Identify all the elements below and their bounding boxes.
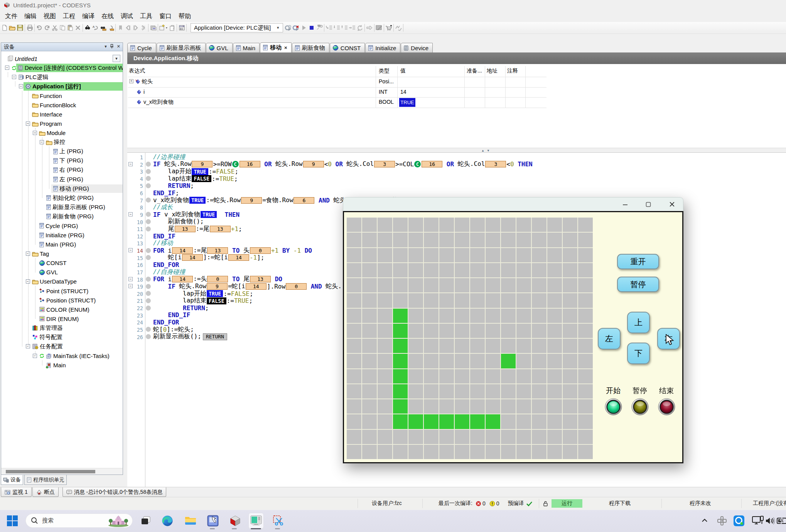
tree-item-Initialize-(PRG)[interactable]: Initialize (PRG) (39, 231, 84, 240)
active-application-combo[interactable]: Application [Device: PLC逻辑]▼ (191, 23, 283, 32)
watch-expression[interactable]: i (143, 89, 145, 95)
tray-volume-icon[interactable] (764, 513, 776, 529)
code-line-16[interactable]: END_FOR (153, 261, 179, 269)
goto-icon[interactable] (366, 24, 373, 32)
breakpoint-slot-icon[interactable] (146, 248, 151, 253)
cut-icon[interactable] (51, 24, 59, 32)
watch-expression[interactable]: v_x吃到食物 (143, 99, 174, 106)
watch-header-1[interactable]: 类型 (379, 68, 390, 74)
breakpoint-slot-icon[interactable] (146, 334, 151, 339)
tree-item-COLOR-(ENUM)[interactable]: COLOR (ENUM) (39, 305, 89, 314)
breakpoint-slot-icon[interactable] (146, 169, 151, 174)
paste-icon[interactable] (66, 24, 74, 32)
tree-expander-icon[interactable]: − (19, 84, 23, 88)
breakpoint-tools-icon[interactable] (315, 24, 323, 32)
tab-Initialize[interactable]: Initialize (365, 43, 400, 52)
tree-item-移动-(PRG)[interactable]: 移动 (PRG) (53, 184, 89, 193)
step-into-icon[interactable] (333, 24, 341, 32)
tree-item-左-(PRG)[interactable]: 左 (PRG) (53, 175, 83, 184)
splitter-arrows-icon[interactable]: ▲▼ (481, 149, 490, 152)
start-icon[interactable] (300, 24, 308, 32)
bookmark-prev-icon[interactable] (124, 24, 132, 32)
start-button[interactable] (5, 513, 20, 529)
step-out-icon[interactable] (341, 24, 348, 32)
down-button[interactable]: 下 (627, 343, 650, 364)
save-icon[interactable] (16, 24, 24, 32)
redo-icon[interactable] (43, 24, 51, 32)
code-line-23[interactable]: END_IF (153, 311, 190, 319)
tree-item-初始化蛇-(PRG)[interactable]: 初始化蛇 (PRG) (46, 194, 94, 202)
tree-item-PLC逻辑[interactable]: PLC逻辑 (18, 73, 48, 81)
shop-icon[interactable] (385, 24, 393, 32)
code-line-6[interactable]: END_IF; (153, 189, 179, 197)
code-line-5[interactable]: RETURN; (153, 182, 194, 189)
breakpoint-slot-icon[interactable] (146, 255, 151, 260)
new-file-icon[interactable] (1, 24, 8, 32)
tab-Cycle[interactable]: Cycle (127, 43, 156, 52)
close-button[interactable] (664, 198, 680, 211)
tree-item-UserDataType[interactable]: UserDataType (32, 277, 77, 286)
tree-item-刷新食物-(PRG)[interactable]: 刷新食物 (PRG) (46, 212, 94, 221)
menu-工具[interactable]: 工具 (137, 11, 156, 22)
tree-item-DIR-(ENUM)[interactable]: DIR (ENUM) (39, 314, 79, 323)
tree-item-Position-(STRUCT)[interactable]: Position (STRUCT) (39, 296, 96, 304)
breakpoint-slot-icon[interactable] (146, 306, 151, 311)
watch-value[interactable]: 14 (400, 89, 406, 95)
snipping-tool-icon[interactable] (271, 513, 286, 529)
code-line-26[interactable]: 刷新显示画板();RETURN (153, 333, 227, 341)
device-tree-hscrollbar[interactable] (1, 468, 123, 475)
new-object-icon[interactable] (159, 24, 168, 32)
tree-item-Interface[interactable]: Interface (32, 110, 62, 118)
reset-icon[interactable] (356, 24, 364, 32)
find-next-icon[interactable] (99, 24, 107, 32)
tree-item-FunctionBlock[interactable]: FunctionBlock (32, 101, 76, 109)
tree-item-Cycle-(PRG)[interactable]: Cycle (PRG) (39, 221, 78, 230)
tab-GVL[interactable]: GVL (206, 43, 233, 52)
tree-expander-icon[interactable]: − (12, 75, 16, 79)
up-button[interactable]: 上 (627, 312, 650, 333)
tree-item-下-(PRG)[interactable]: 下 (PRG) (53, 157, 83, 165)
code-line-4[interactable]: lap结束FALSE:=TRUE; (153, 175, 238, 183)
panel-dropdown-icon[interactable]: ▾ (105, 44, 107, 49)
menu-帮助[interactable]: 帮助 (175, 11, 194, 22)
tree-item-右-(PRG)[interactable]: 右 (PRG) (53, 166, 83, 174)
project-combo-dropdown[interactable]: ▼ (113, 55, 120, 62)
minimize-button[interactable] (617, 198, 633, 211)
menu-视图[interactable]: 视图 (40, 11, 59, 22)
watch-header-4[interactable]: 地址 (487, 68, 498, 74)
menu-文件[interactable]: 文件 (2, 11, 21, 22)
edge-icon[interactable] (160, 513, 175, 529)
run-to-cursor-icon[interactable] (348, 24, 356, 32)
tray-battery-icon[interactable] (777, 513, 786, 529)
logout-icon[interactable] (292, 24, 300, 32)
breakpoint-slot-icon[interactable] (146, 226, 151, 231)
menu-在线[interactable]: 在线 (98, 11, 117, 22)
dock-tab-设备[interactable]: 设备 (1, 475, 23, 485)
tree-item-Function[interactable]: Function (32, 91, 62, 100)
tree-item-Main[interactable]: Main (46, 361, 66, 370)
delete-icon[interactable] (74, 24, 82, 32)
breakpoint-slot-icon[interactable] (146, 298, 151, 303)
tree-item-Device-[连接的]-(CODESYS-Control-Win[interactable]: Device [连接的] (CODESYS Control Win (11, 64, 123, 72)
panel-pin-icon[interactable] (110, 44, 114, 49)
find-replace-icon[interactable]: A (91, 24, 99, 32)
tree-item-符号配置[interactable]: 符号配置 (32, 333, 62, 341)
tree-item-Untitled1[interactable]: Untitled1 (7, 54, 37, 63)
code-line-22[interactable]: RETURN; (153, 304, 209, 312)
edit-object-icon[interactable] (375, 24, 383, 32)
breakpoint-slot-icon[interactable] (146, 198, 151, 203)
breakpoint-slot-icon[interactable] (146, 183, 151, 188)
code-line-24[interactable]: END_FOR (153, 319, 179, 326)
tree-item-Main-(PRG)[interactable]: Main (PRG) (39, 240, 76, 249)
menu-窗口[interactable]: 窗口 (156, 11, 175, 22)
breakpoint-slot-icon[interactable] (146, 291, 151, 296)
bookmark-icon[interactable] (116, 24, 124, 32)
undo-icon[interactable] (35, 24, 43, 32)
bottom-tab-断点[interactable]: 断点 (32, 487, 59, 497)
visualization-titlebar[interactable] (343, 197, 683, 211)
codesys-cube-icon[interactable] (228, 513, 243, 529)
tab-移动[interactable]: 移动× (260, 42, 292, 52)
tab-刷新显示画板[interactable]: 刷新显示画板 (157, 43, 206, 52)
tree-item-刷新显示画板-(PRG)[interactable]: 刷新显示画板 (PRG) (46, 203, 105, 211)
pause-button[interactable]: 暂停 (617, 277, 659, 292)
